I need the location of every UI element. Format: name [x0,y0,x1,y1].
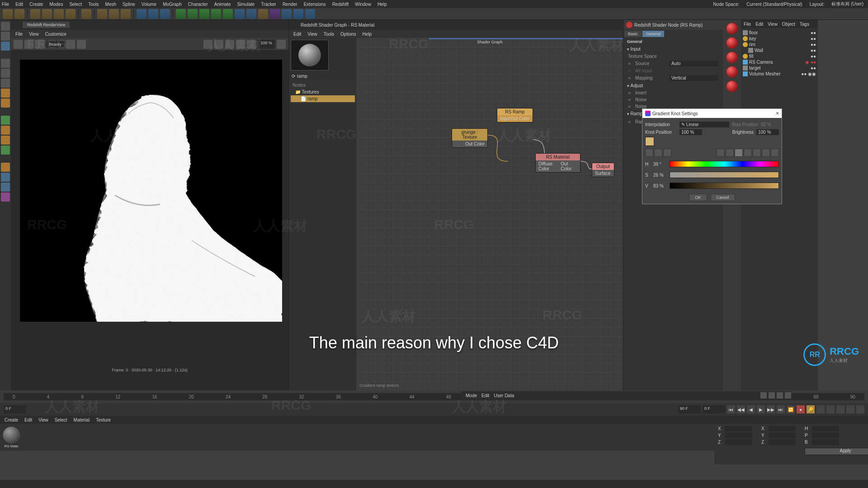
cancel-button[interactable]: Cancel [711,194,735,201]
pos-z[interactable] [725,439,752,445]
attr-home-icon[interactable] [777,392,783,399]
size-y[interactable] [769,432,796,438]
ramp-refresh-icon[interactable]: ⟳ [292,74,295,79]
mat-menu-create[interactable]: Create [5,418,18,422]
edge-mode-icon[interactable] [1,69,10,78]
node-grunge-texture[interactable]: grunge : Texture Out Color [452,128,488,148]
scene-item-wall[interactable]: Wall●● [743,47,816,53]
spectrum-icon[interactable] [663,149,671,157]
light-icon[interactable] [258,9,268,19]
goto-start-icon[interactable]: ⏮ [727,405,735,413]
key-param-icon[interactable] [846,405,854,413]
detach-icon[interactable] [277,40,286,49]
attr-menu-userdata[interactable]: User Data [494,393,514,398]
menu-window[interactable]: Window [355,2,371,7]
mapping-dropdown[interactable]: Vertical [670,75,718,81]
scene-item-rim[interactable]: rim●● [743,42,816,47]
mat-menu-edit[interactable]: Edit [24,418,32,422]
select-icon[interactable] [30,9,40,19]
attr-lock-icon[interactable] [785,392,791,399]
isoline-icon[interactable] [1,173,10,182]
poly-mode-icon[interactable] [1,79,10,88]
attr-menu-mode[interactable]: Mode [466,393,477,398]
scene-menu-edit[interactable]: Edit [755,22,763,27]
menu-help[interactable]: Help [377,2,387,7]
rs-preview-3[interactable] [726,52,738,63]
snap-icon[interactable] [1,126,10,135]
aov-select[interactable]: Beauty [46,41,64,47]
menu-modes[interactable]: Modes [49,2,63,7]
zoom-1-icon[interactable] [214,40,223,49]
uv-icon[interactable] [1,192,10,202]
deformer-icon[interactable] [223,9,233,19]
history-icon[interactable] [81,9,91,19]
rs-preview-5[interactable] [726,80,738,92]
sg-menu-help[interactable]: Help [363,32,372,37]
play-icon[interactable]: ▶ [757,405,765,413]
render-bucket-icon[interactable] [35,40,44,49]
h-value[interactable]: 39 ° [653,162,667,167]
menu-character[interactable]: Character [188,2,208,7]
axis-z-icon[interactable] [121,9,131,19]
soft-select-icon[interactable] [1,145,10,155]
menu-animate[interactable]: Animate [214,2,231,7]
size-x[interactable] [769,426,796,432]
attr-nav-back-icon[interactable] [760,392,767,399]
key-pos-icon[interactable] [816,405,825,413]
attr-menu-edit[interactable]: Edit [481,393,489,398]
cube-icon[interactable] [176,9,186,19]
kelvin-icon[interactable] [744,149,752,157]
workplane-icon[interactable] [1,99,10,108]
swatches-icon[interactable] [762,149,770,157]
mat-menu-material[interactable]: Material [74,418,90,422]
attr-nav-fwd-icon[interactable] [769,392,775,399]
particles-icon[interactable] [270,9,280,19]
menu-extensions[interactable]: Extensions [304,2,326,7]
rs-preview-4[interactable] [726,66,738,78]
axis-y-icon[interactable] [109,9,119,19]
apply-button[interactable]: Apply [805,448,868,455]
sg-menu-edit[interactable]: Edit [293,32,301,37]
mat-menu-select[interactable]: Select [55,418,67,422]
scene-item-key[interactable]: key●● [743,36,816,42]
pos-value[interactable]: 100 % [679,129,702,135]
rot-b[interactable] [812,439,839,445]
scale-icon[interactable] [54,9,64,19]
key-pla-icon[interactable] [856,405,864,413]
menu-select[interactable]: Select [69,2,82,7]
render-region-icon[interactable] [24,40,33,49]
mat-menu-view[interactable]: View [38,418,48,422]
menu-spline[interactable]: Spline [123,2,135,7]
sg-menu-options[interactable]: Options [340,32,356,37]
undo-icon[interactable] [3,9,13,19]
node-rs-material[interactable]: RS Material Diffuse ColorOut Color [535,153,580,173]
spline-icon[interactable] [188,9,198,19]
menu-tracker[interactable]: Tracker [261,2,276,7]
volume-tool-icon[interactable] [293,9,303,19]
sg-menu-view[interactable]: View [307,32,317,37]
frame-start[interactable]: 0 F [4,405,26,413]
record-icon[interactable]: ● [797,405,805,413]
picker-icon[interactable] [645,149,653,157]
menu-simulate[interactable]: Simulate [237,2,255,7]
menu-mograph[interactable]: MoGraph [163,2,182,7]
eyedrop-icon[interactable] [771,149,779,157]
frame-current[interactable]: 0 F [703,405,725,413]
coord-icon[interactable] [137,9,146,19]
grid-icon[interactable] [236,40,245,49]
zoom-fit-icon[interactable] [203,40,212,49]
scene-menu-object[interactable]: Object [782,22,795,27]
wheel-icon[interactable] [654,149,662,157]
scene-item-target[interactable]: target●● [743,65,816,71]
mograph-tool-icon[interactable] [282,9,292,19]
layout-value[interactable]: 标准布局 (User) [829,0,866,8]
sg-menu-tools[interactable]: Tools [324,32,334,37]
info-icon[interactable] [247,40,256,49]
bright-value[interactable]: 100 % [756,129,779,135]
move-icon[interactable] [42,9,52,19]
hsv-icon[interactable] [735,149,743,157]
symmetry-icon[interactable] [1,163,10,172]
pos-x[interactable] [725,426,752,432]
menu-mesh[interactable]: Mesh [105,2,116,7]
render-settings-icon[interactable] [160,9,170,19]
